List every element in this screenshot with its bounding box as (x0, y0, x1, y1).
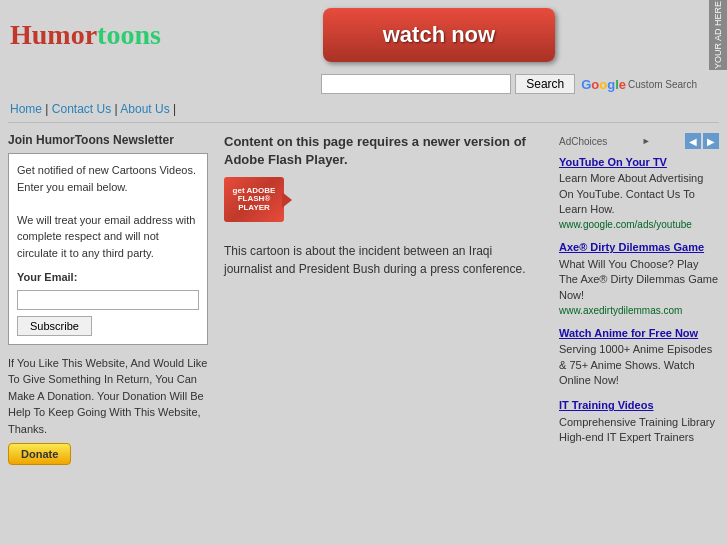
ad-item-youtube: YouTube On Your TV Learn More About Adve… (559, 155, 719, 230)
watch-now-area: watch now (161, 8, 717, 62)
ad-choices-icon: ► (642, 136, 651, 146)
email-input[interactable] (17, 290, 199, 310)
email-label: Your Email: (17, 269, 199, 286)
ad-title-it[interactable]: IT Training Videos (559, 398, 719, 412)
newsletter-title: Join HumorToons Newsletter (8, 133, 208, 147)
newsletter-body-line3: We will treat your email address with co… (17, 214, 195, 259)
main-content: Join HumorToons Newsletter Get notified … (0, 123, 727, 475)
newsletter-body-line1: Get notified of new Cartoons Videos. (17, 164, 196, 176)
nav-home[interactable]: Home (10, 102, 42, 116)
search-area: Search Google Custom Search (0, 70, 727, 98)
ad-choices-bar: AdChoices ► ◀ ▶ (559, 133, 719, 149)
ad-item-it: IT Training Videos Comprehensive Trainin… (559, 398, 719, 445)
ad-url-axe: www.axedirtydilemmas.com (559, 305, 719, 316)
nav-sep-3: | (173, 102, 176, 116)
ad-desc-axe: What Will You Choose? Play The Axe® Dirt… (559, 257, 719, 303)
search-button[interactable]: Search (515, 74, 575, 94)
logo-area: Humortoons (10, 19, 161, 51)
ad-prev-button[interactable]: ◀ (685, 133, 701, 149)
nav-contact[interactable]: Contact Us (52, 102, 111, 116)
ad-nav-buttons: ◀ ▶ (685, 133, 719, 149)
logo-toons: toons (97, 19, 161, 50)
ad-sidebar: YOUR AD HERE (709, 0, 727, 70)
subscribe-button[interactable]: Subscribe (17, 316, 92, 336)
flash-icon-box[interactable]: get ADOBE FLASH® PLAYER (224, 177, 284, 222)
ad-url-youtube: www.google.com/ads/youtube (559, 219, 719, 230)
ad-desc-it: Comprehensive Training Library High-end … (559, 415, 719, 446)
custom-search-label: Custom Search (628, 79, 697, 90)
google-logo: Google (581, 77, 626, 92)
donate-button-area: Donate (8, 443, 208, 465)
nav-bar: Home | Contact Us | About Us | (0, 98, 727, 122)
donate-section: If You Like This Website, And Would Like… (8, 355, 208, 466)
flash-notice: Content on this page requires a newer ve… (224, 133, 543, 169)
newsletter-body-line2: Enter you email below. (17, 181, 128, 193)
flash-line2: FLASH® PLAYER (224, 195, 284, 213)
ad-desc-anime: Serving 1000+ Anime Episodes & 75+ Anime… (559, 342, 719, 388)
flash-icon-area: get ADOBE FLASH® PLAYER (224, 177, 543, 222)
right-sidebar: AdChoices ► ◀ ▶ YouTube On Your TV Learn… (559, 133, 719, 465)
ad-choices-label: AdChoices (559, 136, 607, 147)
ad-desc-youtube: Learn More About Advertising On YouTube.… (559, 171, 719, 217)
cartoon-description: This cartoon is about the incident betwe… (224, 242, 543, 278)
logo: Humortoons (10, 19, 161, 50)
donate-text: If You Like This Website, And Would Like… (8, 357, 207, 435)
watch-now-button[interactable]: watch now (323, 8, 555, 62)
donate-button[interactable]: Donate (8, 443, 71, 465)
ad-title-axe[interactable]: Axe® Dirty Dilemmas Game (559, 240, 719, 254)
flash-icon-text: get ADOBE FLASH® PLAYER (224, 187, 284, 213)
ad-item-anime: Watch Anime for Free Now Serving 1000+ A… (559, 326, 719, 388)
newsletter-box: Get notified of new Cartoons Videos. Ent… (8, 153, 208, 345)
left-sidebar: Join HumorToons Newsletter Get notified … (8, 133, 208, 465)
ad-item-axe: Axe® Dirty Dilemmas Game What Will You C… (559, 240, 719, 315)
ad-title-anime[interactable]: Watch Anime for Free Now (559, 326, 719, 340)
ad-sidebar-text: YOUR AD HERE (713, 1, 723, 69)
search-input[interactable] (321, 74, 511, 94)
ad-next-button[interactable]: ▶ (703, 133, 719, 149)
header: Humortoons watch now YOUR AD HERE (0, 0, 727, 70)
center-content: Content on this page requires a newer ve… (208, 133, 559, 465)
ad-title-youtube[interactable]: YouTube On Your TV (559, 155, 719, 169)
google-custom-search: Google Custom Search (581, 77, 697, 92)
nav-about[interactable]: About Us (120, 102, 169, 116)
logo-humor: Humor (10, 19, 97, 50)
